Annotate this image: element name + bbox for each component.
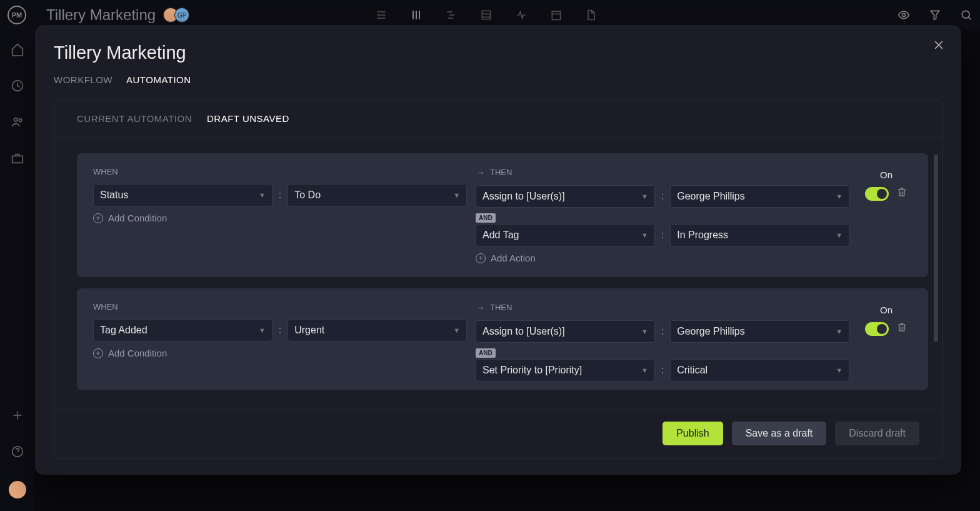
delete-rule-button[interactable] (896, 321, 908, 336)
chevron-down-icon: ▼ (836, 367, 842, 374)
automation-sub-tabs: CURRENT AUTOMATION DRAFT UNSAVED (54, 99, 942, 138)
then-action-dropdown[interactable]: Assign to [User(s)] ▼ (476, 320, 655, 343)
then-text: THEN (490, 168, 512, 177)
then-action-dropdown[interactable]: Assign to [User(s)] ▼ (476, 185, 655, 208)
plus-icon[interactable] (11, 408, 24, 422)
top-right-tools (898, 9, 972, 21)
add-action-link[interactable]: + Add Action (476, 253, 849, 263)
sub-tab-draft[interactable]: DRAFT UNSAVED (207, 113, 289, 124)
help-icon[interactable] (11, 445, 24, 458)
separator: : (660, 365, 665, 376)
separator: : (278, 190, 282, 201)
then-side: → THEN Assign to [User(s)] ▼ : George Ph… (476, 167, 849, 263)
briefcase-icon[interactable] (11, 151, 24, 165)
file-view-icon[interactable] (585, 9, 598, 21)
separator: : (660, 230, 665, 241)
gantt-view-icon[interactable] (445, 9, 458, 21)
sub-tab-current[interactable]: CURRENT AUTOMATION (77, 113, 192, 124)
when-field-dropdown[interactable]: Status ▼ (93, 184, 272, 206)
then-side: → THEN Assign to [User(s)] ▼ : George Ph… (476, 302, 849, 385)
publish-button[interactable]: Publish (662, 422, 722, 445)
when-side: WHEN Status ▼ : To Do ▼ + (93, 167, 467, 263)
board-view-icon[interactable] (410, 9, 422, 21)
svg-rect-12 (552, 11, 560, 19)
dropdown-value: Assign to [User(s)] (482, 326, 565, 337)
then-label: → THEN (476, 302, 849, 313)
filter-icon[interactable] (929, 9, 941, 21)
rules-container: WHEN Status ▼ : To Do ▼ + (54, 138, 942, 410)
then-action-dropdown[interactable]: Set Priority to [Priority] ▼ (476, 359, 655, 382)
list-view-icon[interactable] (375, 9, 388, 21)
dropdown-value: George Phillips (677, 326, 745, 337)
then-value-dropdown[interactable]: Critical ▼ (670, 359, 849, 382)
calendar-view-icon[interactable] (550, 9, 562, 21)
close-button[interactable] (932, 39, 945, 55)
avatar-group: GP (167, 8, 189, 23)
dropdown-value: Assign to [User(s)] (482, 191, 565, 202)
dropdown-value: Status (100, 190, 128, 201)
dropdown-value: Critical (677, 365, 708, 376)
modal-footer: Publish Save as a draft Discard draft (54, 410, 942, 458)
and-badge: AND (476, 213, 496, 223)
tab-workflow[interactable]: WORKFLOW (54, 74, 112, 85)
add-action-label: Add Action (491, 253, 536, 263)
scrollbar-thumb[interactable] (934, 154, 938, 342)
project-title-bg: Tillery Marketing (46, 6, 156, 24)
svg-point-20 (19, 119, 22, 122)
chevron-down-icon: ▼ (641, 367, 648, 374)
dropdown-value: Add Tag (482, 230, 519, 241)
current-user-avatar[interactable] (9, 481, 26, 498)
add-condition-link[interactable]: + Add Condition (93, 348, 467, 358)
chevron-down-icon: ▼ (259, 191, 266, 199)
svg-point-19 (14, 118, 18, 122)
chevron-down-icon: ▼ (259, 326, 266, 334)
chevron-down-icon: ▼ (836, 231, 842, 239)
modal-title: Tillery Marketing (35, 43, 961, 63)
tab-automation[interactable]: AUTOMATION (126, 74, 191, 85)
automation-panel: CURRENT AUTOMATION DRAFT UNSAVED WHEN St… (54, 99, 942, 458)
add-condition-label: Add Condition (108, 348, 167, 358)
recent-icon[interactable] (11, 79, 24, 93)
separator: : (278, 325, 282, 336)
then-value-dropdown[interactable]: George Phillips ▼ (670, 185, 849, 208)
dropdown-value: To Do (294, 190, 321, 201)
delete-rule-button[interactable] (896, 186, 908, 201)
chevron-down-icon: ▼ (453, 326, 460, 334)
plus-circle-icon: + (93, 213, 103, 223)
automation-rule: WHEN Tag Added ▼ : Urgent ▼ + (77, 288, 928, 390)
when-value-dropdown[interactable]: To Do ▼ (288, 184, 467, 206)
when-label: WHEN (93, 167, 467, 176)
automation-modal: Tillery Marketing WORKFLOW AUTOMATION CU… (35, 25, 961, 475)
dropdown-value: George Phillips (677, 191, 745, 202)
activity-view-icon[interactable] (515, 9, 528, 21)
plus-circle-icon: + (93, 348, 103, 358)
when-value-dropdown[interactable]: Urgent ▼ (288, 319, 467, 342)
then-action-dropdown[interactable]: Add Tag ▼ (476, 224, 655, 246)
then-value-dropdown[interactable]: In Progress ▼ (670, 224, 849, 246)
sheet-view-icon[interactable] (480, 9, 492, 21)
rule-enable-toggle[interactable] (865, 322, 889, 336)
search-icon[interactable] (960, 9, 972, 21)
plus-circle-icon: + (476, 253, 486, 263)
eye-icon[interactable] (898, 9, 910, 21)
dropdown-value: Urgent (294, 325, 324, 336)
chevron-down-icon: ▼ (453, 191, 460, 199)
arrow-right-icon: → (476, 167, 485, 178)
svg-rect-9 (482, 11, 490, 19)
then-value-dropdown[interactable]: George Phillips ▼ (670, 320, 849, 343)
team-icon[interactable] (11, 115, 24, 129)
modal-tabs: WORKFLOW AUTOMATION (35, 63, 961, 99)
save-draft-button[interactable]: Save as a draft (732, 422, 827, 445)
avatar: GP (174, 8, 189, 23)
add-condition-link[interactable]: + Add Condition (93, 213, 467, 223)
view-switcher (375, 9, 598, 21)
automation-rule: WHEN Status ▼ : To Do ▼ + (77, 153, 928, 277)
svg-line-17 (968, 17, 971, 19)
rule-enable-toggle[interactable] (865, 187, 889, 201)
discard-draft-button[interactable]: Discard draft (835, 422, 919, 445)
svg-marker-15 (931, 11, 939, 19)
home-icon[interactable] (11, 43, 24, 56)
chevron-down-icon: ▼ (836, 328, 842, 335)
when-label: WHEN (93, 302, 467, 311)
when-field-dropdown[interactable]: Tag Added ▼ (93, 319, 272, 342)
